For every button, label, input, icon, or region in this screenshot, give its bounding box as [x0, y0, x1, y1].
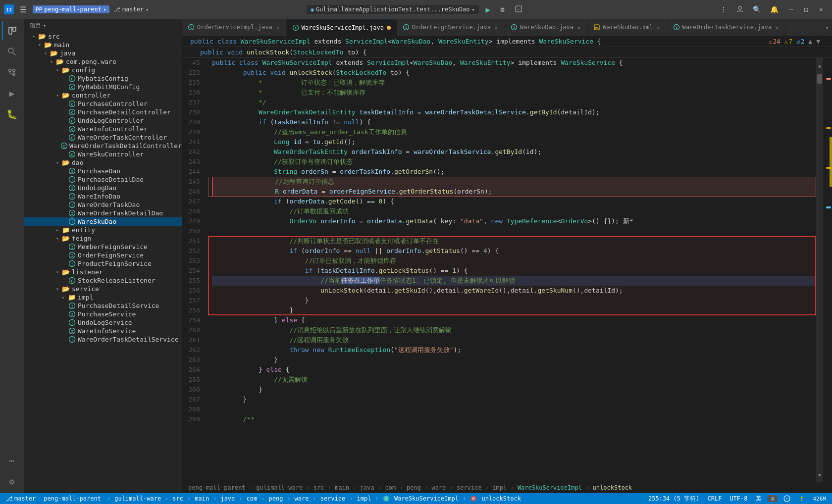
tree-item-WareInfoDao[interactable]: I WareInfoDao [24, 192, 182, 201]
branch-badge[interactable]: ⎇ master ▾ [113, 6, 149, 13]
tree-item-WareInfoService[interactable]: I WareInfoService [24, 327, 182, 335]
tab-ware-order-task-service[interactable]: I WareOrderTaskService.java ✕ [668, 19, 786, 36]
tree-item-MybatisConfig[interactable]: C MybatisConfig [24, 74, 182, 83]
tab-close-btn[interactable]: ✕ [656, 24, 661, 31]
tree-item-feign[interactable]: ▾ 📂 feign [24, 234, 182, 243]
account-button[interactable] [733, 4, 747, 15]
status-method-link[interactable]: M unlockStock [470, 495, 521, 503]
notification-area[interactable] [781, 495, 792, 502]
tree-arrow: ▾ [53, 93, 61, 98]
tree-item-WareSkuDao[interactable]: I WareSkuDao [24, 217, 182, 226]
tab-ware-sku-service[interactable]: C WareSkuServiceImpl.java [287, 19, 397, 36]
tree-item-UndoLogController[interactable]: C UndoLogController [24, 116, 182, 125]
tree-item-src[interactable]: ▾ 📂 src [24, 32, 182, 41]
line-num-239: 239 [182, 117, 204, 127]
tree-item-PurchaseService[interactable]: I PurchaseService [24, 310, 182, 318]
tree-item-UndoLogService[interactable]: I UndoLogService [24, 318, 182, 327]
prev-issue-button[interactable]: ▲ [808, 38, 812, 45]
tree-item-WareOrderTaskDetailService[interactable]: I WareOrderTaskDetailService [24, 335, 182, 344]
tree-item-config[interactable]: ▾ 📂 config [24, 66, 182, 74]
project-badge[interactable]: PP peng-mall-parent ▾ [33, 5, 109, 13]
search-button[interactable]: 🔍 [750, 4, 764, 14]
tree-item-dao[interactable]: ▾ 📂 dao [24, 158, 182, 167]
activity-vcs[interactable] [2, 62, 22, 82]
activity-run[interactable]: ▶ [2, 83, 22, 103]
language-item[interactable]: 英 [754, 495, 764, 503]
tree-item-impl[interactable]: ▸ 📁 impl [24, 293, 182, 302]
activity-debug[interactable]: 🐛 [2, 104, 22, 124]
tree-arrow: ▾ [30, 34, 38, 39]
memory-indicator[interactable]: 426M [811, 496, 829, 502]
tree-item-ProductFeignService[interactable]: I ProductFeignService [24, 259, 182, 268]
minimize-button[interactable]: ─ [784, 2, 798, 16]
svg-rect-5 [9, 27, 12, 34]
tree-item-PurchaseDetailController[interactable]: C PurchaseDetailController [24, 108, 182, 116]
status-class-link[interactable]: C WareSkuServiceImpl [383, 495, 459, 503]
tab-ware-sku-xml[interactable]: XML WareSkuDao.xml ✕ [588, 19, 667, 36]
project-status-item[interactable]: peng-mall-parent [42, 495, 103, 502]
coverage-button[interactable]: ▸ [512, 4, 525, 15]
notifications-button[interactable]: 🔔 [767, 4, 781, 14]
activity-search[interactable] [2, 42, 22, 61]
tree-item-WareOrderTaskController[interactable]: C WareOrderTaskController [24, 133, 182, 142]
next-issue-button[interactable]: ▼ [816, 38, 820, 45]
tab-close-btn[interactable]: ✕ [275, 24, 280, 31]
tree-item-OrderFeignService[interactable]: I OrderFeignService [24, 251, 182, 259]
tree-item-PurchaseController[interactable]: C PurchaseController [24, 100, 182, 108]
cursor-position-item[interactable]: 255:34 (5 字符) [646, 495, 701, 503]
tree-item-UndoLogDao[interactable]: I UndoLogDao [24, 184, 182, 192]
line-num-235: 235 [182, 78, 204, 88]
tree-item-WareSkuController[interactable]: C WareSkuController [24, 150, 182, 158]
tree-label: WareOrderTaskDetailController [69, 142, 182, 150]
activity-settings[interactable]: ⚙ [2, 471, 22, 491]
tree-item-WareOrderTaskDao[interactable]: I WareOrderTaskDao [24, 201, 182, 209]
code-line-239: if (taskDetailInfo != null) { [212, 117, 816, 127]
tab-order-feign[interactable]: I OrderFeignService.java ✕ [397, 19, 505, 36]
line-ending-item[interactable]: CRLF [705, 495, 724, 502]
tree-item-PurchaseDao[interactable]: I PurchaseDao [24, 167, 182, 175]
tab-ware-sku-dao[interactable]: I WareSkuDao.java ✕ [505, 19, 588, 36]
run-config-selector[interactable]: ◉ GulimallWareApplicationTest.test...reS… [307, 5, 478, 14]
run-button[interactable]: ▶ [483, 4, 494, 15]
debug-button[interactable]: ⚙ [497, 4, 507, 14]
git-status-item[interactable]: ⎇ master [4, 495, 38, 502]
tree-item-WareOrderTaskDetailController[interactable]: C WareOrderTaskDetailController [24, 142, 182, 150]
maximize-button[interactable]: □ [799, 2, 813, 16]
tree-item-main[interactable]: ▾ 📂 main [24, 41, 182, 49]
tree-item-controller[interactable]: ▾ 📂 controller [24, 91, 182, 100]
tab-order-service[interactable]: C OrderServiceImpl.java ✕ [182, 19, 287, 36]
tree-item-com-peng-ware[interactable]: ▾ 📂 com.peng.ware [24, 57, 182, 66]
bc-sep-3: › [328, 484, 335, 491]
bc-sep-status: › [107, 495, 110, 502]
hamburger-menu[interactable]: ☰ [18, 4, 29, 15]
encoding-item[interactable]: UTF-8 [728, 495, 749, 502]
more-options-button[interactable]: ⋮ [717, 4, 730, 14]
svg-text:C: C [71, 136, 73, 140]
tree-item-java[interactable]: ▾ 📂 java [24, 49, 182, 57]
tree-item-listener[interactable]: ▾ 📂 listener [24, 268, 182, 276]
tree-item-MyRabbitMQConfig[interactable]: C MyRabbitMQConfig [24, 83, 182, 91]
tree-item-PurchaseDetailService[interactable]: I PurchaseDetailService [24, 302, 182, 310]
tree-label: entity [72, 226, 95, 234]
tree-item-WareInfoController[interactable]: C WareInfoController [24, 125, 182, 133]
tree-item-WareOrderTaskDetailDao[interactable]: I WareOrderTaskDetailDao [24, 209, 182, 217]
tab-close-btn[interactable]: ✕ [775, 24, 780, 31]
tab-close-btn[interactable]: ✕ [576, 24, 581, 31]
tab-close-btn[interactable]: ✕ [494, 24, 499, 31]
scroll-thumb[interactable] [817, 74, 822, 84]
activity-more[interactable]: ⋯ [2, 451, 22, 470]
close-button[interactable]: ✕ [814, 2, 828, 16]
vertical-scrollbar[interactable]: ▲ ▼ [816, 58, 823, 482]
tree-item-StockReleaseListener[interactable]: C StockReleaseListener [24, 276, 182, 285]
tree-item-MemberFeignService[interactable]: I MemberFeignService [24, 243, 182, 251]
tree-icon: I [67, 319, 76, 326]
tree-item-service[interactable]: ▾ 📂 service [24, 285, 182, 293]
tree-item-PurchaseDetailDao[interactable]: I PurchaseDetailDao [24, 175, 182, 184]
power-save-indicator[interactable] [796, 495, 807, 502]
activity-explorer[interactable] [2, 21, 22, 41]
tree-label: WareOrderTaskController [78, 134, 167, 141]
code-editor[interactable]: 4522323523623723823924024124224324424524… [182, 58, 816, 482]
tab-overflow-button[interactable]: ▾ [822, 19, 832, 36]
tree-label: UndoLogService [78, 319, 132, 326]
tree-item-entity[interactable]: ▸ 📁 entity [24, 226, 182, 234]
